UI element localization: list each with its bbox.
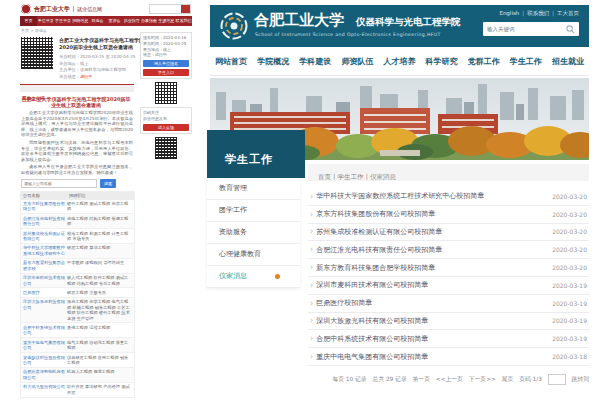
left-nav-item[interactable]: 双选会 [89,16,106,26]
table-row[interactable]: 安徽皖仪科技股份有限公司仪器研发工程师 应用工程师 销售工程师 [21,353,134,368]
nav-education[interactable]: 人才培养 [378,48,420,75]
sidebar-item-league-work[interactable]: 团学工作 [207,200,300,222]
table-row[interactable]: 新东方教育科技集团合肥学校中学教师 课程顾问 管理培训生 [21,259,134,274]
news-row[interactable]: ›合肥中科系统技术有限公司校招简章2020-03-19 [308,330,589,348]
news-row[interactable]: ›巨鼎医疗校招简章2020-03-19 [308,295,589,313]
nav-admissions[interactable]: 招生就业 [547,48,589,75]
left-nav-item[interactable]: 首页 [20,16,37,26]
left-search-button[interactable] [181,5,190,13]
company-search-input[interactable] [21,179,97,188]
table-row[interactable]: 合肥江淮光电科技有限责任公司光电工程师 结构工程师 装调工程师 [21,214,134,229]
company-link[interactable]: 合肥中科系统技术有限公司 [21,325,65,336]
left-nav-item[interactable]: 宣讲会 [106,16,123,26]
company-link[interactable]: 科大讯飞股份有限公司 [21,384,65,395]
employer-signup-button[interactable]: 用人单位报名 [143,60,189,67]
news-date: 2020-03-18 [552,353,587,360]
news-date: 2020-03-20 [552,228,587,235]
news-title[interactable]: 苏州集成校准检测认证有限公司校招简章 [316,227,552,237]
left-search-input[interactable] [149,4,191,14]
company-link[interactable]: 苏州集成校准检测认证有限公司 [21,231,65,242]
news-title[interactable]: 合肥中科系统技术有限公司校招简章 [316,334,552,344]
header-search-box[interactable] [483,22,579,36]
link-english[interactable]: English [499,10,519,16]
sidebar-item-mental-health[interactable]: 心理健康教育 [207,244,300,266]
table-row[interactable]: 深圳市麦科田技术有限公司嵌入式工程师 软件工程师 测试工程师 结构工程师 售后工… [21,274,134,289]
nav-faculty[interactable]: 师资队伍 [336,48,378,75]
prev-page-button[interactable]: <<上一页 [436,376,463,382]
jump-button[interactable]: 跳转到 [572,376,589,382]
enter-hall-button[interactable]: 进入会场 [143,124,189,131]
positions-cell: 研发工程师 算法工程师 [65,245,134,256]
news-row[interactable]: ›合肥江淮光电科技有限责任公司校招简章2020-03-20 [308,241,589,259]
company-link[interactable]: 深圳市麦科田技术有限公司 [21,275,65,286]
positions-cell: 中学教师 课程顾问 管理培训生 [65,260,134,271]
student-entry-button[interactable]: 学生入口 [143,69,189,76]
section-title-box: 学生工作 [207,130,305,178]
first-page-button[interactable]: 第一页 [413,376,430,382]
news-title[interactable]: 深圳大族激光科技有限公司校招简章 [316,316,552,326]
table-row[interactable]: 重庆中电电气集团有限公司电气工程师 自动化工程师 质量工程师 [21,338,134,353]
company-link[interactable]: 安徽皖仪科技股份有限公司 [21,355,65,366]
table-row[interactable]: 合肥欣奕华智能机器有限公司机器人工程师 视觉工程师 [21,368,134,383]
sidebar-item-yijia-news[interactable]: 仪家消息 [207,266,300,288]
table-row[interactable]: 华中科技大学国家数控系统工程技术研究中心研发工程师 算法工程师 [21,244,134,259]
sidebar-item-funding-service[interactable]: 资助服务 [207,222,300,244]
event-title[interactable]: 合肥工业大学仪器科学与光电工程学院2020届毕业生线上双选会邀请函 [59,37,153,51]
left-nav-item[interactable]: 学生登录 [54,16,71,26]
table-row[interactable]: 苏州集成校准检测认证有限公司校准工程师 检测工程师 计量工程师 市场专员 [21,229,134,244]
left-nav-item[interactable]: 联系我们 [175,16,192,26]
news-title[interactable]: 巨鼎医疗校招简章 [316,298,552,308]
news-row[interactable]: ›京东方科技集团股份有限公司校招简章2020-03-20 [308,206,589,224]
link-contact[interactable]: 联系我们 [527,10,549,16]
next-page-button[interactable]: 下一页>> [469,376,496,382]
nav-discipline[interactable]: 学科建设 [294,48,336,75]
table-row[interactable]: 合肥中科系统技术有限公司系统工程师 运维工程师 [21,323,134,338]
company-link[interactable]: 京东方科技集团股份有限公司 [21,201,65,212]
table-row[interactable]: 科大讯飞股份有限公司软件开发 算法研究 产品经理 测试开发 [21,383,134,398]
company-link[interactable]: 合肥欣奕华智能机器有限公司 [21,369,65,380]
news-row[interactable]: ›深圳大族激光科技有限公司校招简章2020-03-19 [308,313,589,331]
news-title[interactable]: 华中科技大学国家数控系统工程技术研究中心校招简章 [316,191,552,201]
table-row[interactable]: 安徽容知日新科技股份有限公司硬件工程师 信号处理工程师 [21,398,134,399]
chevron-right-icon: › [310,227,313,236]
left-nav-item[interactable]: 办事指南 [140,16,157,26]
company-search-button[interactable]: 搜索 [100,179,116,188]
news-row[interactable]: ›深圳市麦科田技术有限公司校招简章2020-03-19 [308,277,589,295]
nav-research[interactable]: 科学研究 [421,48,463,75]
table-row[interactable]: 深圳大族激光科技有限公司激光工程师 光学工程师 电气工程师 机械工程师 销售工程… [21,298,134,324]
company-link[interactable]: 深圳大族激光科技有限公司 [21,299,65,321]
page-jump-input[interactable] [548,374,566,385]
nav-home[interactable]: 网站首页 [210,48,252,75]
news-row[interactable]: ›苏州集成校准检测认证有限公司校招简章2020-03-20 [308,224,589,242]
news-title[interactable]: 京东方科技集团股份有限公司校招简章 [316,209,552,219]
col-company: 公司名称 [21,192,67,200]
company-link[interactable]: 重庆中电电气集团有限公司 [21,340,65,351]
news-title[interactable]: 深圳市麦科田技术有限公司校招简章 [316,280,552,290]
news-title[interactable]: 合肥江淮光电科技有限责任公司校招简章 [316,245,552,255]
news-row[interactable]: ›新东方教育科技集团合肥学校校招简章2020-03-20 [308,259,589,277]
search-icon[interactable] [566,25,575,34]
news-row[interactable]: ›华中科技大学国家数控系统工程技术研究中心校招简章2020-03-20 [308,188,589,206]
sidebar-item-education-management[interactable]: 教育管理 [207,178,300,200]
left-nav-item[interactable]: 单位登录 [37,16,54,26]
nav-student-work[interactable]: 学生工作 [505,48,547,75]
news-row[interactable]: ›重庆中电电气集团有限公司校招简章2020-03-18 [308,348,589,366]
left-nav-item[interactable]: 生源信息 [158,16,175,26]
company-link[interactable]: 新东方教育科技集团合肥学校 [21,260,65,271]
link-hfut-home[interactable]: 工大首页 [557,10,579,16]
company-link[interactable]: 巨鼎医疗 [21,290,65,295]
company-link[interactable]: 华中科技大学国家数控系统工程技术研究中心 [21,245,65,256]
company-link[interactable]: 合肥江淮光电科技有限责任公司 [21,216,65,227]
last-page-button[interactable]: 尾页 [502,376,514,382]
followup-row: 就业信息发布 [143,116,189,122]
keyword-search-input[interactable] [483,25,566,33]
nav-about[interactable]: 学院概况 [252,48,294,75]
news-title[interactable]: 重庆中电电气集团有限公司校招简章 [316,352,552,362]
table-row[interactable]: 巨鼎医疗研发工程师 注册专员 [21,288,134,297]
table-row[interactable]: 京东方科技集团股份有限公司硬件工程师 测试工程师 光学工程师 [21,200,134,215]
news-title[interactable]: 新东方教育科技集团合肥学校校招简章 [316,263,552,273]
nav-party[interactable]: 党群工作 [463,48,505,75]
left-nav-item[interactable]: 就业指导 [123,16,140,26]
section-header: 双选会介绍 [20,84,134,92]
left-nav-item[interactable]: 招聘信息 [72,16,89,26]
